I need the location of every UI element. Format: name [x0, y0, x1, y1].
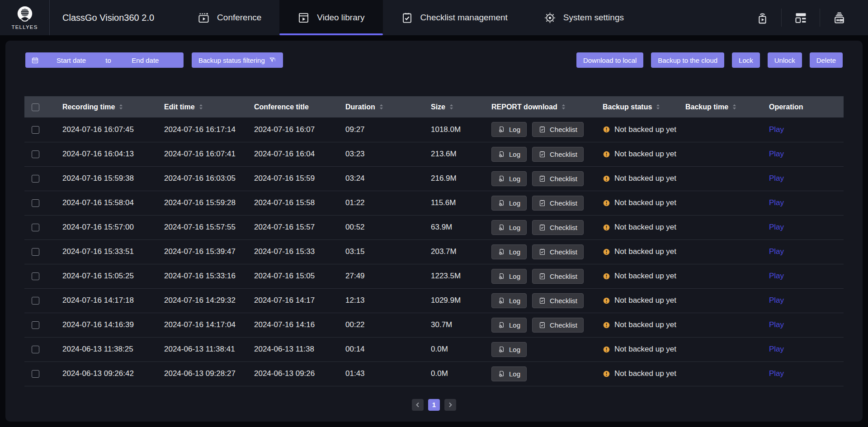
prev-page-button[interactable] — [412, 399, 424, 411]
play-link[interactable]: Play — [769, 296, 784, 305]
conference-title-cell: 2024-07-16 16:07 — [254, 117, 345, 142]
checklist-download-button[interactable]: Checklist — [532, 269, 584, 284]
warning-icon — [603, 126, 610, 133]
row-checkbox[interactable] — [32, 321, 39, 329]
play-link[interactable]: Play — [769, 345, 784, 353]
unlock-button[interactable]: Unlock — [768, 52, 802, 68]
log-download-button[interactable]: Log — [491, 171, 527, 186]
checklist-small-icon — [538, 272, 546, 280]
log-download-button[interactable]: Log — [491, 318, 527, 333]
size-cell: 213.6M — [431, 142, 491, 166]
recorder-icon-button[interactable] — [820, 11, 858, 25]
log-download-button[interactable]: Log — [491, 244, 527, 259]
column-header-backup-time[interactable]: Backup time — [685, 96, 769, 117]
backup-time-cell — [685, 337, 769, 361]
play-link[interactable]: Play — [769, 369, 784, 378]
conference-icon — [198, 12, 210, 24]
column-header-backup-status[interactable]: Backup status — [603, 96, 685, 117]
lock-button[interactable]: Lock — [732, 52, 760, 68]
next-page-button[interactable] — [444, 399, 456, 411]
tab-system-settings[interactable]: System settings — [526, 0, 642, 35]
row-checkbox[interactable] — [32, 199, 39, 207]
checklist-download-button[interactable]: Checklist — [532, 244, 584, 259]
report-download-cell: Log — [491, 337, 603, 361]
select-all-checkbox[interactable] — [32, 103, 39, 111]
toolbar: Start date to End date Backup status fil… — [5, 41, 863, 68]
row-checkbox[interactable] — [32, 297, 39, 305]
backup-time-cell — [685, 191, 769, 215]
row-checkbox[interactable] — [32, 346, 39, 353]
backup-time-cell — [685, 264, 769, 288]
start-date-placeholder[interactable]: Start date — [39, 56, 104, 64]
tab-video-library[interactable]: Video library — [279, 0, 382, 35]
download-to-local-button[interactable]: Download to local — [576, 52, 643, 68]
column-header-recording-time[interactable]: Recording time — [62, 96, 164, 117]
play-link[interactable]: Play — [769, 320, 784, 329]
warning-icon — [603, 272, 610, 280]
row-checkbox[interactable] — [32, 248, 39, 256]
row-checkbox[interactable] — [32, 370, 39, 378]
play-link[interactable]: Play — [769, 174, 784, 183]
row-checkbox[interactable] — [32, 272, 39, 280]
log-download-button[interactable]: Log — [491, 366, 527, 381]
table-row: 2024-07-16 15:33:512024-07-16 15:39:4720… — [24, 239, 844, 264]
row-checkbox[interactable] — [32, 150, 39, 158]
row-checkbox[interactable] — [32, 175, 39, 183]
column-label: Recording time — [62, 103, 115, 111]
table-row: 2024-07-16 16:07:452024-07-16 16:17:1420… — [24, 117, 844, 142]
size-cell: 1029.9M — [431, 288, 491, 313]
checklist-download-button[interactable]: Checklist — [532, 196, 584, 211]
log-download-button[interactable]: Log — [491, 269, 527, 284]
play-link[interactable]: Play — [769, 150, 784, 158]
checklist-download-button[interactable]: Checklist — [532, 122, 584, 137]
log-icon — [498, 248, 505, 256]
tab-checklist-management[interactable]: Checklist management — [383, 0, 526, 35]
checklist-download-button[interactable]: Checklist — [532, 147, 584, 162]
backup-time-cell — [685, 166, 769, 191]
duration-cell: 12:13 — [345, 288, 431, 313]
log-download-button[interactable]: Log — [491, 122, 527, 137]
log-download-button[interactable]: Log — [491, 147, 527, 162]
log-download-button[interactable]: Log — [491, 196, 527, 211]
play-link[interactable]: Play — [769, 247, 784, 256]
operation-cell: Play — [769, 142, 844, 166]
backup-to-the-cloud-button[interactable]: Backup to the cloud — [651, 52, 724, 68]
tab-label: Checklist management — [420, 13, 508, 23]
edit-time-cell: 2024-07-16 15:57:55 — [164, 215, 254, 239]
column-header-duration[interactable]: Duration — [345, 96, 431, 117]
conference-title-cell: 2024-07-16 15:33 — [254, 239, 345, 264]
recording-time-cell: 2024-06-13 11:38:25 — [62, 337, 164, 361]
log-download-button[interactable]: Log — [491, 220, 527, 235]
page-1-button[interactable]: 1 — [428, 399, 440, 411]
chevron-right-icon — [448, 402, 453, 408]
layout-icon-button[interactable] — [782, 11, 820, 25]
log-icon — [498, 321, 505, 329]
play-link[interactable]: Play — [769, 272, 784, 280]
play-link[interactable]: Play — [769, 223, 784, 231]
checklist-download-button[interactable]: Checklist — [532, 318, 584, 333]
column-header-edit-time[interactable]: Edit time — [164, 96, 254, 117]
checklist-download-button[interactable]: Checklist — [532, 220, 584, 235]
checklist-download-button[interactable]: Checklist — [532, 171, 584, 186]
end-date-placeholder[interactable]: End date — [113, 56, 178, 64]
backup-status-filter-button[interactable]: Backup status filtering — [192, 52, 283, 68]
row-checkbox[interactable] — [32, 126, 39, 134]
action-label: Download to local — [583, 56, 637, 64]
column-header-report-download[interactable]: REPORT download — [491, 96, 603, 117]
cast-icon-button[interactable] — [743, 11, 781, 25]
column-header-size[interactable]: Size — [431, 96, 491, 117]
nav-tabs: ConferenceVideo libraryChecklist managem… — [179, 0, 642, 35]
backup-time-cell — [685, 239, 769, 264]
log-download-button[interactable]: Log — [491, 342, 527, 357]
delete-button[interactable]: Delete — [810, 52, 843, 68]
log-download-button[interactable]: Log — [491, 293, 527, 308]
play-link[interactable]: Play — [769, 198, 784, 207]
warning-icon — [603, 297, 610, 305]
row-checkbox[interactable] — [32, 224, 39, 231]
play-link[interactable]: Play — [769, 125, 784, 134]
edit-time-cell: 2024-07-16 15:33:16 — [164, 264, 254, 288]
checklist-download-button[interactable]: Checklist — [532, 293, 584, 308]
log-button-label: Log — [509, 321, 520, 329]
tab-conference[interactable]: Conference — [179, 0, 279, 35]
date-range-picker[interactable]: Start date to End date — [25, 52, 184, 68]
